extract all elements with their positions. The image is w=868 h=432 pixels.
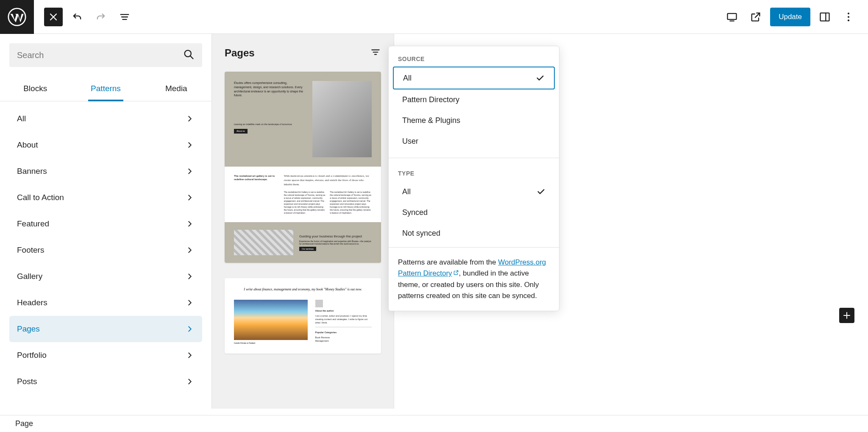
preview-image-placeholder	[234, 230, 293, 255]
cat-label: Banners	[17, 167, 47, 176]
divider	[389, 158, 559, 158]
cat-portfolio[interactable]: Portfolio	[9, 342, 202, 368]
cat-label: Featured	[17, 219, 49, 229]
filter-option-label: Synced	[402, 208, 428, 217]
panel-title: Pages	[225, 47, 255, 59]
preview-text: I am a writer, editor and producer. I sp…	[315, 314, 372, 328]
open-external-icon[interactable]	[746, 8, 765, 26]
check-icon	[535, 73, 545, 83]
undo-button[interactable]	[68, 8, 86, 26]
close-inserter-button[interactable]	[44, 8, 63, 26]
cat-label: Headers	[17, 298, 47, 307]
toolbar-left	[34, 8, 134, 26]
preview-button: Our services	[299, 247, 316, 251]
filter-type-not-synced[interactable]: Not synced	[393, 223, 555, 244]
chevron-right-icon	[185, 245, 195, 255]
panel-header: Pages	[225, 47, 381, 59]
filter-source-user[interactable]: User	[393, 131, 555, 152]
svg-rect-1	[728, 13, 737, 19]
preview-image-placeholder	[312, 81, 372, 157]
preview-image-placeholder	[234, 300, 308, 340]
filter-option-label: All	[403, 74, 412, 83]
preview-text: Études offers comprehensive consulting, …	[234, 81, 305, 98]
chevron-right-icon	[185, 219, 195, 229]
chevron-right-icon	[185, 272, 195, 281]
cat-headers[interactable]: Headers	[9, 290, 202, 316]
filter-source-directory[interactable]: Pattern Directory	[393, 89, 555, 110]
filter-source-theme[interactable]: Theme & Plugins	[393, 110, 555, 131]
search-icon	[183, 48, 195, 62]
preview-text: I write about finance, management and ec…	[234, 287, 372, 291]
filter-button[interactable]	[370, 47, 381, 59]
pattern-categories: All About Banners Call to Action Feature…	[0, 101, 211, 409]
cat-footers[interactable]: Footers	[9, 237, 202, 263]
cat-label: Gallery	[17, 272, 42, 281]
breadcrumb: Page	[0, 415, 868, 432]
plus-icon	[842, 310, 852, 321]
filter-type-synced[interactable]: Synced	[393, 202, 555, 223]
svg-point-3	[848, 12, 849, 14]
chevron-right-icon	[185, 351, 195, 360]
preview-text: The revitalized Art Gallery is set to re…	[284, 191, 326, 215]
filter-option-label: Theme & Plugins	[402, 116, 460, 125]
preview-text: The revitalized art gallery is set to re…	[234, 174, 278, 215]
filter-popover: SOURCE All Pattern Directory Theme & Plu…	[388, 46, 559, 311]
external-link-icon	[452, 269, 459, 277]
svg-point-6	[185, 50, 191, 57]
document-overview-button[interactable]	[115, 8, 134, 26]
update-button[interactable]: Update	[770, 8, 810, 26]
filter-option-label: Pattern Directory	[402, 95, 459, 104]
tab-media[interactable]: Media	[141, 76, 211, 101]
search-input[interactable]	[17, 50, 183, 60]
cat-pages[interactable]: Pages	[9, 316, 202, 342]
tab-blocks[interactable]: Blocks	[0, 76, 70, 101]
pattern-preview-2[interactable]: I write about finance, management and ec…	[225, 278, 381, 354]
filter-type-label: TYPE	[389, 164, 559, 181]
svg-point-5	[848, 20, 849, 21]
chevron-right-icon	[185, 377, 195, 386]
pattern-preview-1[interactable]: Études offers comprehensive consulting, …	[225, 72, 381, 263]
preview-text: Leaving an indelible mark on the landsca…	[234, 123, 305, 126]
svg-rect-2	[821, 13, 829, 21]
filter-option-label: Not synced	[402, 229, 440, 238]
cat-cta[interactable]: Call to Action	[9, 184, 202, 211]
preview-text: With meticulous attention to detail and …	[284, 174, 372, 187]
preview-text: Book Reviews	[315, 336, 372, 339]
wordpress-logo[interactable]	[0, 0, 34, 34]
cat-gallery[interactable]: Gallery	[9, 263, 202, 290]
cat-posts[interactable]: Posts	[9, 368, 202, 395]
filter-option-label: User	[402, 137, 418, 146]
cat-label: Call to Action	[17, 193, 64, 202]
redo-button[interactable]	[92, 8, 110, 26]
filter-source-all[interactable]: All	[393, 67, 555, 89]
info-text: Patterns are available from the	[398, 258, 498, 266]
editor-toolbar: Update	[0, 0, 868, 34]
cat-about[interactable]: About	[9, 132, 202, 158]
cat-label: Posts	[17, 377, 37, 386]
sidebar-toggle-button[interactable]	[815, 8, 834, 26]
cat-all[interactable]: All	[9, 106, 202, 132]
preview-button: About us	[234, 129, 248, 134]
block-inserter: Blocks Patterns Media All About Banners …	[0, 34, 212, 409]
preview-text: Popular Categories	[315, 331, 372, 334]
preview-text: Experience the fusion of imagination and…	[299, 240, 372, 245]
breadcrumb-item[interactable]: Page	[15, 419, 33, 428]
cat-featured[interactable]: Featured	[9, 211, 202, 237]
svg-point-4	[848, 16, 849, 17]
cat-label: Footers	[17, 245, 44, 255]
cat-label: Portfolio	[17, 351, 47, 360]
search-wrap	[0, 34, 211, 76]
tab-patterns[interactable]: Patterns	[70, 76, 141, 101]
preview-text: About the author	[315, 309, 372, 312]
filter-info: Patterns are available from the WordPres…	[389, 247, 559, 311]
chevron-right-icon	[185, 140, 195, 150]
filter-type-all[interactable]: All	[393, 181, 555, 202]
options-button[interactable]	[839, 8, 858, 26]
cat-banners[interactable]: Banners	[9, 158, 202, 184]
filter-option-label: All	[402, 187, 411, 196]
chevron-right-icon	[185, 193, 195, 202]
chevron-right-icon	[185, 167, 195, 176]
view-button[interactable]	[723, 8, 741, 26]
chevron-right-icon	[185, 324, 195, 334]
add-block-button[interactable]	[839, 308, 854, 323]
